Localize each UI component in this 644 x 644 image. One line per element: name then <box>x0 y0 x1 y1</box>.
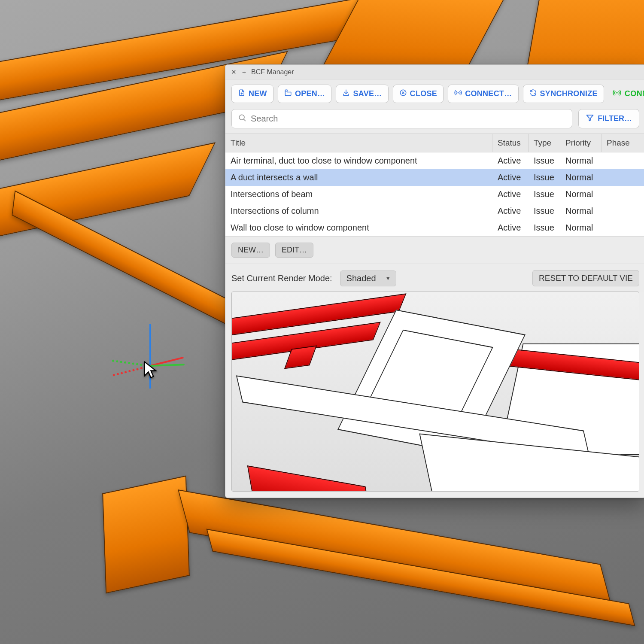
cell-status: Active <box>492 186 529 203</box>
render-mode-value: Shaded <box>346 273 376 283</box>
close-button[interactable]: CLOSE <box>393 85 444 103</box>
search-icon <box>238 113 246 124</box>
table-row[interactable]: Intersections of columnActiveIssueNormal… <box>225 203 644 219</box>
table-row[interactable]: Air terminal, duct too close to window c… <box>225 152 644 169</box>
cell-status: Active <box>492 169 529 186</box>
synchronize-button[interactable]: SYNCHRONIZE <box>523 85 604 103</box>
cell-priority: Normal <box>560 152 601 169</box>
file-plus-icon <box>238 89 246 99</box>
cell-priority: Normal <box>560 169 601 186</box>
cell-phase <box>601 191 639 198</box>
bcf-manager-window: ✕ ＋ BCF Manager NEW OPEN… SAVE… <box>225 64 644 498</box>
connection-status-label: CONNECTED <box>625 89 644 98</box>
save-button[interactable]: SAVE… <box>336 85 388 103</box>
cell-type: Issue <box>529 219 560 236</box>
cell-creation: 2022- <box>639 203 644 219</box>
cell-title: A duct intersects a wall <box>225 169 492 186</box>
window-titlebar[interactable]: ✕ ＋ BCF Manager <box>225 65 644 79</box>
cell-title: Intersections of beam <box>225 186 492 203</box>
cell-phase <box>601 174 639 181</box>
filter-button-label: FILTER… <box>598 114 632 123</box>
new-issue-button[interactable]: NEW… <box>231 243 270 258</box>
col-type[interactable]: Type <box>529 134 560 152</box>
add-window-icon[interactable]: ＋ <box>241 69 247 75</box>
new-button-label: NEW <box>249 89 267 98</box>
search-field[interactable] <box>231 109 572 128</box>
cell-type: Issue <box>529 203 560 219</box>
cell-status: Active <box>492 219 529 236</box>
main-toolbar: NEW OPEN… SAVE… CLOSE <box>225 79 644 107</box>
cell-status: Active <box>492 152 529 169</box>
chevron-down-icon: ▾ <box>386 274 390 282</box>
issue-preview-viewport[interactable] <box>231 292 639 492</box>
col-status[interactable]: Status <box>492 134 529 152</box>
table-header: Title Status Type Priority Phase Creatio <box>225 134 644 152</box>
cell-phase <box>601 208 639 215</box>
cursor-icon <box>143 361 158 381</box>
search-input[interactable] <box>251 114 566 124</box>
render-mode-label: Set Current Render Mode: <box>231 273 332 283</box>
cell-priority: Normal <box>560 186 601 203</box>
broadcast-icon <box>454 89 462 99</box>
save-icon <box>342 89 350 99</box>
table-row[interactable]: Wall too close to window componentActive… <box>225 219 644 236</box>
col-priority[interactable]: Priority <box>560 134 601 152</box>
cell-priority: Normal <box>560 203 601 219</box>
col-phase[interactable]: Phase <box>601 134 639 152</box>
cell-creation: 2022- <box>639 169 644 186</box>
open-button[interactable]: OPEN… <box>278 85 332 103</box>
cell-priority: Normal <box>560 219 601 236</box>
close-button-label: CLOSE <box>410 89 437 98</box>
table-row[interactable]: Intersections of beamActiveIssueNormal20… <box>225 186 644 203</box>
save-button-label: SAVE… <box>353 89 382 98</box>
cell-phase <box>601 158 639 164</box>
col-title[interactable]: Title <box>225 134 492 152</box>
cell-creation: 2022- <box>639 219 644 236</box>
filter-icon <box>586 113 594 124</box>
connect-button-label: CONNECT… <box>465 89 512 98</box>
axis-gizmo[interactable] <box>120 335 180 395</box>
cell-creation: 2022- <box>639 152 644 169</box>
cell-status: Active <box>492 203 529 219</box>
new-button[interactable]: NEW <box>231 85 273 103</box>
sync-icon <box>529 89 537 99</box>
cell-title: Intersections of column <box>225 203 492 219</box>
render-mode-select[interactable]: Shaded ▾ <box>340 270 396 286</box>
cell-type: Issue <box>529 169 560 186</box>
cell-phase <box>601 225 639 231</box>
open-button-label: OPEN… <box>295 89 325 98</box>
cell-title: Air terminal, duct too close to window c… <box>225 152 492 169</box>
col-creation[interactable]: Creatio <box>639 134 644 152</box>
cell-creation: 2022- <box>639 186 644 203</box>
broadcast-icon <box>613 88 621 99</box>
issues-table: Title Status Type Priority Phase Creatio… <box>225 134 644 236</box>
edit-issue-button[interactable]: EDIT… <box>275 243 313 258</box>
close-window-icon[interactable]: ✕ <box>231 69 237 75</box>
cell-type: Issue <box>529 152 560 169</box>
cell-title: Wall too close to window component <box>225 219 492 236</box>
cell-type: Issue <box>529 186 560 203</box>
folder-open-icon <box>284 89 292 99</box>
table-row[interactable]: A duct intersects a wallActiveIssueNorma… <box>225 169 644 186</box>
connection-status: CONNECTED <box>612 85 644 103</box>
reset-view-button[interactable]: RESET TO DEFAULT VIE <box>532 270 639 286</box>
synchronize-button-label: SYNCHRONIZE <box>540 89 598 98</box>
connect-button[interactable]: CONNECT… <box>448 85 518 103</box>
window-title: BCF Manager <box>251 68 294 76</box>
filter-button[interactable]: FILTER… <box>578 109 639 128</box>
close-circle-icon <box>399 89 407 99</box>
svg-point-1 <box>458 92 459 94</box>
svg-point-2 <box>616 92 617 93</box>
